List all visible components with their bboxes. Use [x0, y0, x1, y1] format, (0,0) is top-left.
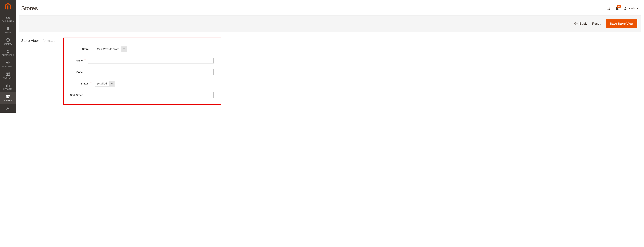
field-store: Store * Main Website Store: [69, 46, 214, 52]
svg-line-11: [609, 9, 610, 10]
save-button[interactable]: Save Store View: [606, 20, 637, 28]
sidebar-item-label: STORES: [4, 100, 12, 102]
reset-button[interactable]: Reset: [592, 22, 600, 26]
sidebar-item-label: CONTENT: [4, 77, 12, 79]
username-label: admin: [628, 7, 636, 10]
svg-point-12: [624, 7, 626, 8]
svg-rect-7: [9, 85, 10, 87]
dollar-icon: $: [7, 26, 9, 31]
sidebar-item-label: REPORTS: [4, 88, 12, 90]
storefront-icon: [6, 94, 10, 99]
svg-rect-8: [6, 97, 9, 98]
svg-point-10: [607, 7, 609, 9]
search-button[interactable]: [606, 6, 610, 10]
field-status: Status * Disabled: [69, 80, 214, 87]
search-icon: [606, 6, 610, 10]
status-select[interactable]: Disabled: [95, 81, 115, 86]
gear-icon: [6, 106, 10, 110]
sidebar-item-label: CATALOG: [4, 43, 12, 45]
person-icon: [6, 49, 9, 54]
required-mark: *: [84, 59, 86, 62]
gauge-icon: [6, 15, 10, 20]
sidebar-item-customers[interactable]: CUSTOMERS: [0, 47, 16, 58]
name-label: Name: [69, 59, 84, 62]
required-mark: *: [90, 48, 92, 51]
magento-logo[interactable]: [0, 0, 16, 13]
save-label: Save Store View: [610, 22, 634, 25]
reset-label: Reset: [592, 22, 600, 25]
status-label: Status: [69, 82, 89, 85]
name-input[interactable]: [88, 58, 214, 64]
svg-text:$: $: [7, 26, 9, 31]
sidebar-item-label: SALES: [5, 32, 11, 34]
sidebar-item-label: MARKETING: [2, 66, 14, 68]
action-bar: Back Reset Save Store View: [19, 15, 641, 32]
sidebar-item-label: CUSTOMERS: [2, 54, 14, 56]
svg-point-9: [7, 108, 8, 109]
main-content: Stores 38 admin: [16, 0, 644, 113]
back-label: Back: [580, 22, 587, 26]
code-label: Code: [69, 71, 84, 74]
chevron-down-icon: [109, 81, 115, 86]
page-header: Stores 38 admin: [16, 0, 644, 15]
cube-icon: [6, 38, 10, 42]
sort-order-input[interactable]: [88, 92, 214, 98]
sidebar-item-content[interactable]: CONTENT: [0, 70, 16, 81]
field-sort-order: Sort Order: [69, 92, 214, 98]
sidebar-item-stores[interactable]: STORES: [0, 92, 16, 104]
svg-rect-5: [6, 85, 7, 87]
field-code: Code *: [69, 69, 214, 75]
store-selected-value: Main Website Store: [95, 46, 121, 52]
store-label: Store: [69, 48, 89, 50]
layout-icon: [6, 72, 10, 76]
sidebar-item-sales[interactable]: $ SALES: [0, 24, 16, 36]
svg-point-1: [7, 50, 8, 51]
status-selected-value: Disabled: [95, 81, 109, 86]
notification-badge: 38: [617, 5, 621, 8]
section-title: Store View Information: [21, 38, 59, 43]
chevron-down-icon: [121, 46, 127, 52]
sidebar-item-system[interactable]: [0, 104, 16, 113]
megaphone-icon: [6, 60, 10, 65]
required-mark: *: [84, 70, 86, 74]
sidebar-item-marketing[interactable]: MARKETING: [0, 58, 16, 70]
code-input[interactable]: [88, 69, 214, 75]
back-button[interactable]: Back: [574, 22, 587, 26]
notifications-button[interactable]: 38: [615, 6, 619, 10]
arrow-left-icon: [574, 22, 578, 25]
sidebar-item-dashboard[interactable]: DASHBOARD: [0, 13, 16, 24]
account-menu[interactable]: admin: [624, 7, 638, 10]
page-title: Stores: [21, 5, 38, 12]
user-icon: [624, 7, 627, 10]
store-select[interactable]: Main Website Store: [95, 46, 127, 52]
required-mark: *: [90, 82, 92, 85]
bar-chart-icon: [6, 83, 10, 88]
sort-order-label: Sort Order: [69, 94, 84, 96]
sidebar-item-catalog[interactable]: CATALOG: [0, 36, 16, 47]
sidebar: DASHBOARD $ SALES CATALOG CUSTOMERS MARK…: [0, 0, 16, 113]
sidebar-item-reports[interactable]: REPORTS: [0, 81, 16, 92]
store-view-form: Store * Main Website Store Name *: [63, 38, 222, 105]
svg-rect-2: [6, 72, 10, 76]
svg-rect-6: [8, 84, 8, 87]
field-name: Name *: [69, 58, 214, 64]
chevron-down-icon: [637, 8, 638, 9]
sidebar-item-label: DASHBOARD: [2, 20, 14, 22]
